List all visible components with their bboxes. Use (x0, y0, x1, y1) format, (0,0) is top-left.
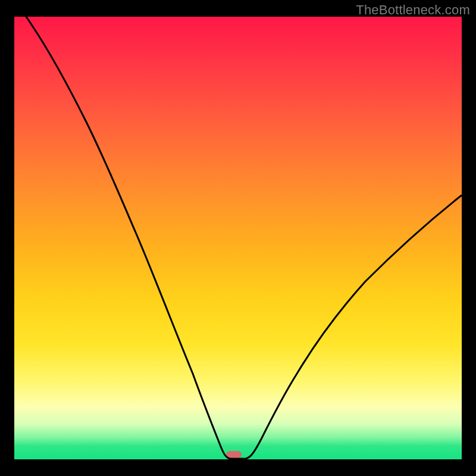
watermark-text: TheBottleneck.com (356, 2, 470, 18)
plot-area (14, 17, 462, 459)
min-marker (226, 451, 242, 458)
chart-frame: TheBottleneck.com (0, 0, 476, 476)
